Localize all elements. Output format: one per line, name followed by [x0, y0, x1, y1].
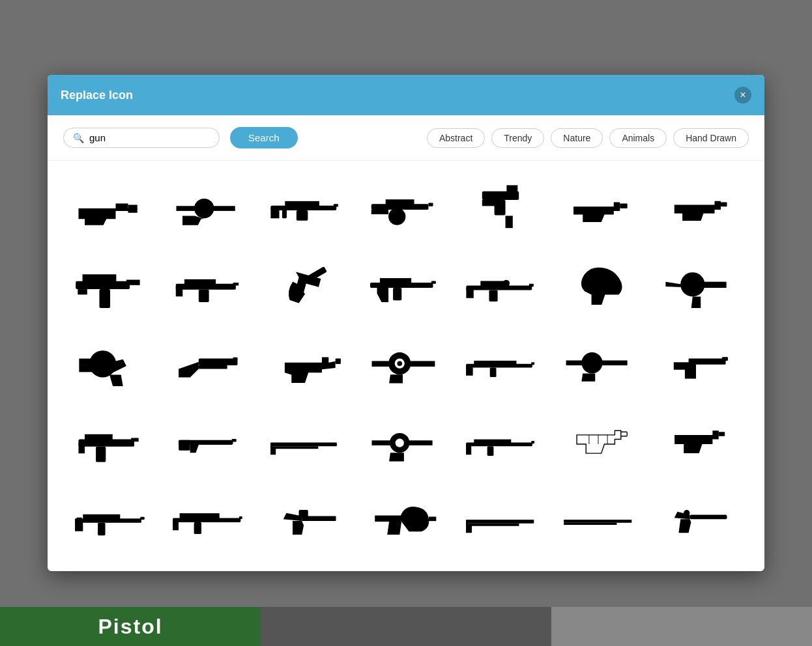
icon-grid-container[interactable]	[48, 161, 764, 571]
svg-rect-98	[466, 520, 534, 524]
svg-rect-92	[239, 516, 242, 519]
icon-1911-filled[interactable]	[654, 408, 738, 480]
svg-rect-85	[83, 514, 120, 520]
svg-rect-13	[428, 203, 433, 206]
svg-rect-44	[199, 359, 238, 366]
svg-rect-97	[429, 516, 436, 521]
svg-rect-23	[126, 280, 140, 285]
icon-revolver-big[interactable]	[360, 486, 445, 558]
filter-tag-abstract[interactable]: Abstract	[427, 128, 485, 148]
svg-rect-26	[184, 279, 216, 285]
icon-mac10[interactable]	[67, 408, 152, 480]
svg-rect-55	[490, 367, 497, 377]
svg-rect-42	[79, 359, 104, 365]
filter-tag-trendy[interactable]: Trendy	[491, 128, 544, 148]
icon-uzi-1[interactable]	[458, 174, 543, 246]
icon-revolver-old[interactable]	[556, 330, 641, 402]
icon-bolt-action[interactable]	[165, 486, 250, 558]
search-box: 🔍	[63, 128, 220, 148]
icon-revolver-2[interactable]	[360, 330, 445, 402]
icon-rifle-scoped[interactable]	[458, 252, 543, 324]
icon-pistol-1[interactable]	[67, 174, 152, 246]
svg-rect-76	[474, 440, 511, 444]
icon-ak-style-2[interactable]	[360, 252, 445, 324]
icon-1911-outline[interactable]	[556, 408, 641, 480]
modal-header: Replace Icon ×	[48, 75, 764, 115]
svg-rect-18	[620, 204, 627, 209]
svg-rect-31	[380, 278, 411, 284]
svg-rect-67	[232, 439, 237, 442]
svg-rect-3	[177, 206, 196, 211]
icon-pistol-3[interactable]	[654, 174, 738, 246]
icon-revolver-1[interactable]	[165, 174, 250, 246]
svg-rect-2	[214, 206, 235, 211]
svg-rect-74	[372, 440, 391, 445]
svg-rect-96	[375, 516, 401, 522]
svg-rect-73	[409, 440, 433, 445]
svg-rect-27	[199, 290, 209, 302]
svg-rect-6	[297, 210, 308, 221]
svg-rect-46	[233, 358, 237, 360]
replace-icon-modal: Replace Icon × 🔍 Search Abstract Trendy …	[48, 75, 764, 571]
icon-revolver-3[interactable]	[360, 408, 445, 480]
search-button[interactable]: Search	[230, 127, 298, 148]
icon-derringer[interactable]	[556, 252, 641, 324]
svg-rect-12	[371, 210, 388, 214]
svg-rect-24	[78, 289, 87, 294]
modal-title: Replace Icon	[61, 89, 133, 102]
modal-toolbar: 🔍 Search Abstract Trendy Nature Animals …	[48, 115, 764, 161]
svg-rect-83	[719, 432, 725, 436]
icon-ar15[interactable]	[67, 486, 152, 558]
svg-rect-10	[386, 199, 414, 205]
svg-rect-8	[282, 207, 287, 219]
svg-rect-14	[482, 191, 519, 200]
svg-rect-102	[690, 515, 727, 520]
search-input[interactable]	[89, 132, 210, 143]
icon-pocket-revolver[interactable]	[654, 252, 738, 324]
filter-tag-animals[interactable]: Animals	[609, 128, 667, 148]
icon-pistol-2[interactable]	[556, 174, 641, 246]
icon-pistol-angled[interactable]	[263, 252, 347, 324]
icon-uzi-2[interactable]	[67, 252, 152, 324]
modal-close-button[interactable]: ×	[734, 87, 751, 104]
search-icon: 🔍	[73, 133, 84, 143]
svg-rect-15	[506, 185, 517, 192]
svg-rect-43	[79, 365, 104, 372]
icon-small-pistol[interactable]	[654, 330, 738, 402]
svg-rect-100	[564, 520, 631, 523]
svg-point-57	[581, 352, 602, 373]
svg-point-103	[684, 510, 690, 516]
modal-body	[48, 161, 764, 571]
icon-rifle-long[interactable]	[556, 486, 641, 558]
svg-point-38	[503, 281, 509, 287]
icon-flintlock[interactable]	[263, 486, 347, 558]
svg-rect-91	[194, 522, 201, 534]
icon-shotgun-long[interactable]	[263, 408, 347, 480]
svg-point-52	[397, 361, 402, 366]
svg-point-11	[388, 208, 405, 225]
icon-shotgun-2[interactable]	[458, 486, 543, 558]
svg-rect-69	[270, 443, 337, 447]
icon-derringer-double[interactable]	[67, 330, 152, 402]
svg-rect-59	[566, 360, 584, 365]
icon-ak-rifle[interactable]	[263, 174, 347, 246]
icon-grid	[67, 174, 745, 558]
modal-backdrop: Replace Icon × 🔍 Search Abstract Trendy …	[0, 0, 812, 646]
svg-rect-90	[180, 513, 220, 519]
icon-tommy-gun[interactable]	[360, 174, 445, 246]
icon-sawn-off[interactable]	[165, 330, 250, 402]
icon-pistol-elongated[interactable]	[165, 408, 250, 480]
filter-tag-hand-drawn[interactable]: Hand Drawn	[673, 128, 749, 148]
icon-hunting-rifle[interactable]	[458, 330, 543, 402]
svg-rect-99	[466, 524, 519, 526]
svg-rect-19	[721, 203, 727, 207]
icon-mp5[interactable]	[165, 252, 250, 324]
icon-antique-pistol[interactable]	[654, 486, 738, 558]
svg-rect-0	[128, 204, 138, 210]
svg-point-39	[680, 272, 704, 296]
filter-tag-nature[interactable]: Nature	[551, 128, 603, 148]
svg-rect-32	[393, 288, 401, 300]
svg-rect-78	[531, 441, 534, 443]
icon-sniper-rifle[interactable]	[458, 408, 543, 480]
icon-luger[interactable]	[263, 330, 347, 402]
